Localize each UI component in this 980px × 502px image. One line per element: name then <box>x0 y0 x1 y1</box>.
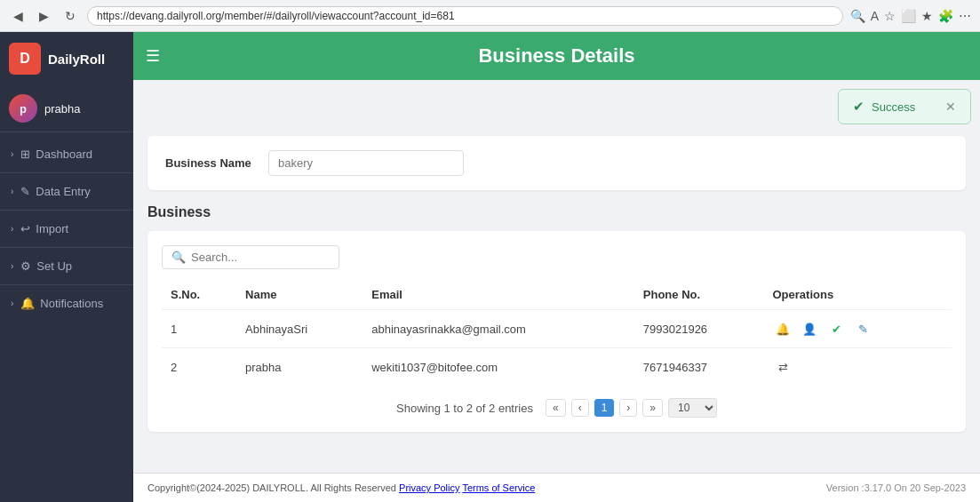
logo-text: DailyRoll <box>48 52 105 67</box>
sidebar: D DailyRoll p prabha › ⊞ Dashboard › ✎ D… <box>0 32 133 502</box>
cell-phone-1: 7671946337 <box>634 348 764 386</box>
cell-name-0: AbhinayaSri <box>236 310 363 348</box>
url-bar[interactable]: https://devang.dailyroll.org/member/#/da… <box>87 6 843 26</box>
action-icons-0: 🔔👤✔✎ <box>772 318 943 339</box>
table-card: 🔍 S.No. Name Email Phone No. Operations <box>147 231 966 432</box>
cell-sno-0: 1 <box>162 310 236 348</box>
avatar: p <box>9 94 37 123</box>
expand-setup-icon: › <box>11 261 13 271</box>
sidebar-nav: › ⊞ Dashboard › ✎ Data Entry › ↩ Import … <box>0 132 133 502</box>
menu-icon[interactable]: ⋯ <box>959 9 971 23</box>
user-icon-row-0[interactable]: 👤 <box>799 318 820 339</box>
toast-close-button[interactable]: ✕ <box>945 100 956 114</box>
cell-operations-0: 🔔👤✔✎ <box>763 310 952 348</box>
pagination-info: Showing 1 to 2 of 2 entries <box>396 402 533 415</box>
col-name: Name <box>236 280 363 310</box>
back-button[interactable]: ◀ <box>9 7 28 25</box>
font-icon[interactable]: A <box>871 9 879 23</box>
logo-icon: D <box>9 43 41 75</box>
pagination-last-button[interactable]: » <box>642 399 663 417</box>
table-row: 2prabhawekiti1037@bitofee.com7671946337⇄ <box>162 348 952 386</box>
bookmark-icon[interactable]: ★ <box>921 9 933 23</box>
pagination-prev-button[interactable]: ‹ <box>571 399 589 417</box>
cell-email-1: wekiti1037@bitofee.com <box>363 348 634 386</box>
pagination-row: Showing 1 to 2 of 2 entries « ‹ 1 › » 10… <box>162 398 952 418</box>
transfer-icon-row-1[interactable]: ⇄ <box>772 356 793 378</box>
col-email: Email <box>363 280 634 310</box>
footer-privacy-link[interactable]: Privacy Policy <box>399 482 459 493</box>
user-name-label: prabha <box>44 102 80 116</box>
footer-terms-link[interactable]: Terms of Service <box>462 482 535 493</box>
refresh-button[interactable]: ↻ <box>60 7 80 25</box>
sidebar-item-label-setup: Set Up <box>36 259 72 273</box>
sidebar-item-setup[interactable]: › ⚙ Set Up <box>0 251 133 281</box>
footer-left: Copyright©(2024-2025) DAILYROLL. All Rig… <box>147 482 535 493</box>
extension-icon[interactable]: 🧩 <box>938 9 953 23</box>
toast-check-icon: ✔ <box>853 99 864 115</box>
window-icon[interactable]: ⬜ <box>901 9 916 23</box>
setup-icon: ⚙ <box>20 259 31 273</box>
search-browser-icon[interactable]: 🔍 <box>850 9 865 23</box>
notifications-icon: 🔔 <box>20 297 35 310</box>
filter-card: Business Name <box>147 136 966 190</box>
business-section-title: Business <box>147 204 966 220</box>
main-header: ☰ Business Details <box>133 32 980 80</box>
check-icon-row-0[interactable]: ✔ <box>825 318 847 339</box>
cell-operations-1: ⇄ <box>763 348 952 386</box>
sidebar-item-label-import: Import <box>36 222 68 235</box>
action-icons-1: ⇄ <box>772 356 943 378</box>
page-content: ✔ Success ✕ Add Member Business Name Bus… <box>133 80 980 473</box>
success-toast: ✔ Success ✕ <box>838 89 971 124</box>
pagination-page-1-button[interactable]: 1 <box>594 399 615 417</box>
cell-name-1: prabha <box>236 348 363 386</box>
expand-dashboard-icon: › <box>11 149 13 159</box>
expand-import-icon: › <box>11 224 13 234</box>
col-phone: Phone No. <box>634 280 764 310</box>
forward-button[interactable]: ▶ <box>35 7 53 25</box>
sidebar-item-dashboard[interactable]: › ⊞ Dashboard <box>0 139 133 169</box>
star-icon[interactable]: ☆ <box>884 9 896 23</box>
expand-notifications-icon: › <box>11 299 13 308</box>
browser-bar: ◀ ▶ ↻ https://devang.dailyroll.org/membe… <box>0 0 980 32</box>
cell-email-0: abhinayasrinakka@gmail.com <box>363 310 634 348</box>
search-icon: 🔍 <box>171 251 186 264</box>
cell-phone-0: 7993021926 <box>634 310 764 348</box>
table-row: 1AbhinayaSriabhinayasrinakka@gmail.com79… <box>162 310 952 348</box>
toast-message: Success <box>872 100 915 114</box>
cell-sno-1: 2 <box>162 348 236 386</box>
sidebar-item-label-notifications: Notifications <box>40 297 103 310</box>
business-name-label: Business Name <box>165 156 254 170</box>
footer: Copyright©(2024-2025) DAILYROLL. All Rig… <box>133 473 980 502</box>
app-container: D DailyRoll p prabha › ⊞ Dashboard › ✎ D… <box>0 32 980 502</box>
filter-row: Business Name <box>165 150 948 176</box>
data-table: S.No. Name Email Phone No. Operations 1A… <box>162 280 952 386</box>
sidebar-logo: D DailyRoll <box>0 32 133 85</box>
import-icon: ↩ <box>20 222 30 235</box>
hamburger-button[interactable]: ☰ <box>146 46 160 66</box>
expand-dataentry-icon: › <box>11 187 13 196</box>
main-content: ☰ Business Details ✔ Success ✕ Add Membe… <box>133 32 980 502</box>
sidebar-item-dataentry[interactable]: › ✎ Data Entry <box>0 177 133 206</box>
search-box: 🔍 <box>162 245 339 269</box>
dashboard-icon: ⊞ <box>20 147 30 161</box>
col-operations: Operations <box>763 280 952 310</box>
page-title: Business Details <box>478 44 634 68</box>
dataentry-icon: ✎ <box>20 185 30 198</box>
col-sno: S.No. <box>162 280 236 310</box>
footer-copyright: Copyright©(2024-2025) DAILYROLL. All Rig… <box>147 482 399 493</box>
sidebar-item-label-dataentry: Data Entry <box>36 185 90 198</box>
sidebar-item-label-dashboard: Dashboard <box>36 147 92 161</box>
business-name-input[interactable] <box>268 150 464 176</box>
search-input[interactable] <box>191 251 330 264</box>
edit-icon-row-0[interactable]: ✎ <box>852 318 873 339</box>
sidebar-item-import[interactable]: › ↩ Import <box>0 214 133 243</box>
sidebar-user: p prabha <box>0 85 133 132</box>
sidebar-item-notifications[interactable]: › 🔔 Notifications <box>0 289 133 318</box>
pagination-first-button[interactable]: « <box>546 399 566 417</box>
per-page-select[interactable]: 10 25 50 100 <box>668 398 717 418</box>
pagination-next-button[interactable]: › <box>619 399 637 417</box>
browser-actions: 🔍 A ☆ ⬜ ★ 🧩 ⋯ <box>850 9 971 23</box>
bell-icon-row-0[interactable]: 🔔 <box>772 318 793 339</box>
footer-version: Version :3.17.0 On 20 Sep-2023 <box>826 482 966 493</box>
